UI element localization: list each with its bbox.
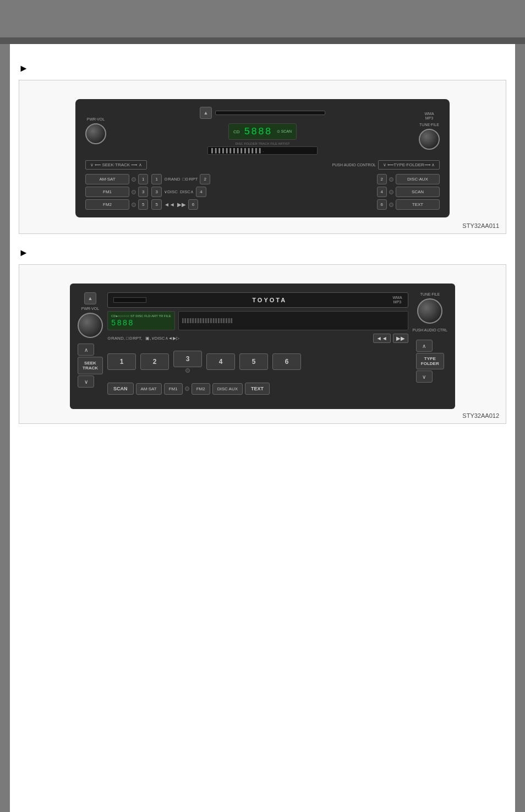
display-scan-label: ⊙ SCAN bbox=[277, 129, 292, 134]
disc-aux-button[interactable]: DISC·AUX bbox=[396, 174, 440, 184]
unit1-seek-row: ∨ ⟵ SEEK·TRACK ⟶ ∧ PUSH AUDIO CONTROL ∨ … bbox=[85, 160, 440, 170]
fm1-button[interactable]: FM1 bbox=[85, 187, 129, 197]
fm2-button[interactable]: FM2 bbox=[85, 199, 129, 210]
unit2-rew-btn[interactable]: ◄◄ bbox=[373, 334, 391, 343]
btn-6-right[interactable]: 6 bbox=[377, 199, 387, 210]
btn-3-left[interactable]: 3 bbox=[138, 187, 148, 197]
rew-label: ◄◄ bbox=[164, 201, 175, 208]
seek-down-button[interactable]: ∨ bbox=[78, 375, 94, 388]
display-digits: 5888 bbox=[244, 126, 272, 137]
toyota-text: TOYOTA bbox=[252, 297, 287, 303]
unit2-scan-btn[interactable]: SCAN bbox=[107, 383, 134, 395]
btn-3-center[interactable]: 3 bbox=[151, 187, 161, 197]
pwr-vol-label: PWR·VOL bbox=[87, 117, 105, 121]
type-folder-button: TYPE FOLDER bbox=[416, 353, 444, 369]
unit2-tune-file-knob[interactable] bbox=[417, 298, 442, 324]
type-folder-label[interactable]: ∨ ⟵TYPE·FOLDER⟶ ∧ bbox=[378, 160, 440, 170]
scan-button[interactable]: SCAN bbox=[396, 187, 440, 197]
type-folder-down-button[interactable]: ∨ bbox=[416, 370, 433, 383]
unit2-btn-1[interactable]: 1 bbox=[107, 353, 136, 370]
am-sat-button[interactable]: AM·SAT bbox=[85, 174, 129, 184]
unit2-disc-aux-btn[interactable]: DISC AUX bbox=[212, 383, 243, 395]
device-code-2: STY32AA012 bbox=[462, 412, 499, 419]
btn-6-center[interactable]: 6 bbox=[188, 199, 198, 210]
btn-4-right[interactable]: 4 bbox=[377, 187, 387, 197]
type-folder-label: TYPE FOLDER bbox=[421, 356, 439, 366]
main-content: ► PWR·VOL ▲ bbox=[10, 44, 515, 459]
unit2-fm1-indicator bbox=[185, 386, 189, 391]
fm2-indicator bbox=[132, 203, 136, 207]
unit1-center-buttons: 1 ⊙RAND □⊙RPT 2 3 ∨DISC DISC∧ 4 5 ◄◄ bbox=[151, 174, 373, 210]
btn-4-center[interactable]: 4 bbox=[196, 187, 206, 197]
btn-5-center[interactable]: 5 bbox=[151, 199, 161, 210]
arrow-marker-2: ► bbox=[19, 247, 506, 259]
unit2-ff-btn[interactable]: ▶▶ bbox=[393, 334, 408, 343]
am-sat-indicator bbox=[132, 177, 136, 182]
seek-up-button[interactable]: ∧ bbox=[78, 344, 94, 356]
unit2-text-btn[interactable]: TEXT bbox=[245, 383, 270, 395]
unit1-display: CD 5888 ⊙ SCAN bbox=[228, 123, 297, 140]
unit2-tune-file-label: TUNE·FILE bbox=[420, 292, 440, 296]
push-audio-control: PUSH AUDIO CONTROL bbox=[332, 163, 376, 167]
btn-5-left[interactable]: 5 bbox=[138, 199, 148, 210]
btn-row-disc-aux: 2 DISC·AUX bbox=[377, 174, 440, 184]
unit2-wma-mp3: WMA MP3 bbox=[392, 296, 402, 305]
rand-label: ⊙RAND bbox=[164, 177, 181, 182]
unit2-btn3-indicator bbox=[185, 368, 190, 373]
seek-track-label[interactable]: ∨ ⟵ SEEK·TRACK ⟶ ∧ bbox=[85, 160, 147, 170]
radio-unit-2: ▲ PWR·VOL ∧ SEEK TRACK ∨ bbox=[70, 284, 455, 409]
unit2-display-indicators: CD▸○○○○○○ ST DISC FLD ART TR FILE bbox=[111, 314, 171, 318]
unit2-controls-label: ▣,∨DISC∧◄▶▷ bbox=[145, 336, 179, 341]
device-box-2: ▲ PWR·VOL ∧ SEEK TRACK ∨ bbox=[19, 264, 506, 424]
unit2-right-col: TUNE·FILE PUSH AUDIO CTRL ∧ TYPE FOLDER … bbox=[413, 292, 447, 383]
tune-file-knob[interactable] bbox=[419, 129, 440, 150]
btn-1-left[interactable]: 1 bbox=[138, 174, 148, 184]
btn-1-center[interactable]: 1 bbox=[151, 174, 161, 184]
unit2-btn-2[interactable]: 2 bbox=[140, 353, 169, 370]
tune-file-label: TUNE·FILE bbox=[419, 123, 439, 127]
unit2-seek-section: ∧ SEEK TRACK ∨ bbox=[78, 344, 103, 388]
unit2-eject-button[interactable]: ▲ bbox=[84, 292, 96, 304]
unit2-fm1-btn[interactable]: FM1 bbox=[164, 383, 183, 395]
cd-slot bbox=[215, 111, 325, 115]
unit2-left-display: CD▸○○○○○○ ST DISC FLD ART TR FILE 5888 bbox=[107, 311, 175, 330]
btn-row-center-3: 5 ◄◄ ▶▶ 6 bbox=[151, 199, 373, 210]
unit2-fm2-btn[interactable]: FM2 bbox=[192, 383, 210, 395]
btn-row-fm1: FM1 3 bbox=[85, 187, 148, 197]
unit2-left-col: ▲ PWR·VOL ∧ SEEK TRACK ∨ bbox=[78, 292, 103, 388]
disc-aux-indicator bbox=[389, 177, 393, 182]
unit1-center-section: ▲ CD 5888 ⊙ SCAN DISC FOLDER TRACK FILE … bbox=[113, 107, 412, 155]
ff-label: ▶▶ bbox=[177, 201, 186, 208]
btn-2-center[interactable]: 2 bbox=[200, 174, 210, 184]
eject-button[interactable]: ▲ bbox=[200, 107, 212, 119]
unit2-bottom-buttons: SCAN AM·SAT FM1 FM2 DISC AUX TEXT bbox=[107, 383, 408, 395]
type-folder-up-button[interactable]: ∧ bbox=[416, 340, 433, 352]
usb-slot bbox=[113, 297, 146, 303]
device-code-1: STY32AA011 bbox=[462, 222, 499, 229]
btn-2-right[interactable]: 2 bbox=[377, 174, 387, 184]
text-button[interactable]: TEXT bbox=[396, 199, 440, 210]
btn-row-text: 6 TEXT bbox=[377, 199, 440, 210]
seek-track-buttons: SEEK TRACK bbox=[78, 357, 103, 374]
unit2-nav-controls: ◄◄ ▶▶ bbox=[373, 334, 408, 343]
unit2-display-digits: 5888 bbox=[111, 319, 171, 328]
unit1-slot-row: ▲ bbox=[200, 107, 325, 119]
unit2-am-sat-btn[interactable]: AM·SAT bbox=[136, 383, 162, 395]
unit2-pwr-vol-knob[interactable] bbox=[78, 313, 103, 338]
arrow-icon-2: ► bbox=[19, 247, 29, 258]
vdisc-label: ∨DISC bbox=[164, 189, 178, 194]
unit2-right-display: ▌▌▌▌▌▌▌▌▌▌▌▌▌▌▌▌▌▌▌▌ bbox=[178, 311, 408, 330]
unit2-btn-4[interactable]: 4 bbox=[206, 353, 235, 370]
unit1-left-buttons: AM·SAT 1 FM1 3 FM2 5 bbox=[85, 174, 148, 210]
device-box-1: PWR·VOL ▲ CD 5888 ⊙ SCAN bbox=[19, 80, 506, 234]
btn-row-center-2: 3 ∨DISC DISC∧ 4 bbox=[151, 187, 373, 197]
pwr-vol-knob[interactable] bbox=[85, 123, 106, 144]
unit2-btn-3[interactable]: 3 bbox=[173, 351, 202, 367]
unit2-rand-rpt-label: ⊙RAND, □⊙RPT, bbox=[107, 336, 142, 341]
disc-folder-label: DISC FOLDER TRACK FILE ARTIST bbox=[235, 142, 289, 145]
display-cd-indicator: CD bbox=[233, 129, 240, 134]
unit2-btn-5[interactable]: 5 bbox=[239, 353, 268, 370]
top-bar-stripe bbox=[0, 37, 525, 44]
tune-file-section: WMA MP3 TUNE·FILE bbox=[419, 112, 440, 150]
unit2-btn-6[interactable]: 6 bbox=[272, 353, 301, 370]
